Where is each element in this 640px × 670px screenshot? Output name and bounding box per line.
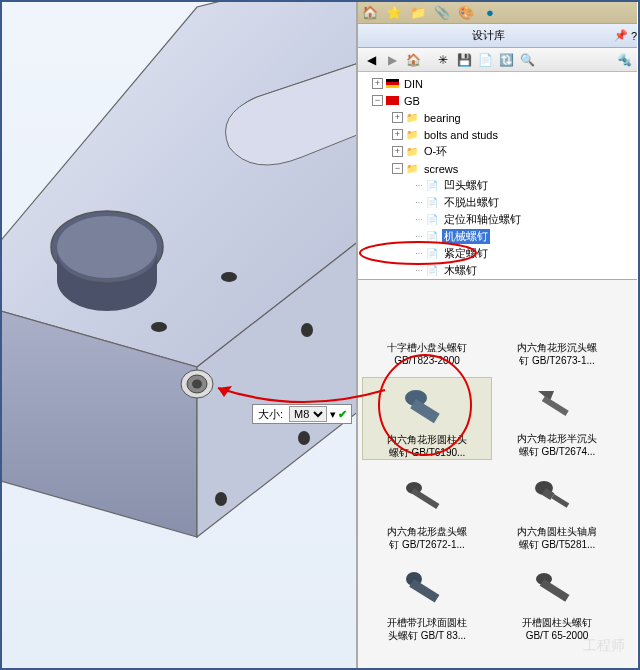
pin-icon[interactable]: 📌 bbox=[614, 29, 628, 42]
tree-s5[interactable]: 紧定螺钉 bbox=[442, 246, 490, 261]
tab-home-icon[interactable]: 🏠 bbox=[358, 2, 382, 23]
thumb-item[interactable]: 开槽圆柱头螺钉GB/T 65-2000 bbox=[492, 561, 622, 642]
tree-bolts[interactable]: bolts and studs bbox=[422, 129, 500, 141]
confirm-icon[interactable]: ✔ bbox=[338, 408, 347, 421]
size-label: 大小: bbox=[255, 407, 286, 422]
svg-point-8 bbox=[298, 431, 310, 445]
help-icon[interactable]: ? bbox=[631, 30, 637, 42]
refresh-icon[interactable]: 🔃 bbox=[497, 51, 515, 69]
svg-rect-16 bbox=[411, 488, 440, 509]
tree-bearing[interactable]: bearing bbox=[422, 112, 463, 124]
tree-gb[interactable]: GB bbox=[402, 95, 422, 107]
tab-palette-icon[interactable]: 🎨 bbox=[454, 2, 478, 23]
tree-screws[interactable]: screws bbox=[422, 163, 460, 175]
thumb-item[interactable]: 内六角花形盘头螺钉 GB/T2672-1... bbox=[362, 470, 492, 551]
collapse-icon[interactable]: − bbox=[392, 163, 403, 174]
svg-point-9 bbox=[215, 492, 227, 506]
screw-icon bbox=[532, 567, 582, 611]
tree-s1[interactable]: 凹头螺钉 bbox=[442, 178, 490, 193]
panel-title: 设计库 bbox=[366, 28, 611, 43]
copy-icon[interactable]: 📄 bbox=[476, 51, 494, 69]
svg-rect-21 bbox=[409, 579, 439, 603]
fwd-icon[interactable]: ▶ bbox=[383, 51, 401, 69]
tab-clip-icon[interactable]: 📎 bbox=[430, 2, 454, 23]
svg-point-6 bbox=[192, 380, 202, 389]
design-library-panel: 🏠 ⭐ 📁 📎 🎨 ● 设计库 📌 ? ◀ ▶ 🏠 ✳ 💾 📄 🔃 🔍 🔩 +D… bbox=[357, 2, 637, 668]
tree-s6[interactable]: 木螺钉 bbox=[442, 263, 479, 278]
size-popup: 大小: M8 ▾ ✔ bbox=[252, 404, 352, 424]
thumb-item[interactable]: 内六角花形半沉头螺钉 GB/T2674... bbox=[492, 377, 622, 460]
tree-din[interactable]: DIN bbox=[402, 78, 425, 90]
dropdown-arrow-icon[interactable]: ▾ bbox=[330, 408, 336, 421]
search-icon[interactable]: 🔍 bbox=[518, 51, 536, 69]
tree-s3[interactable]: 定位和轴位螺钉 bbox=[442, 212, 523, 227]
tree-s2[interactable]: 不脱出螺钉 bbox=[442, 195, 501, 210]
tab-orb-icon[interactable]: ● bbox=[478, 2, 502, 23]
save-icon[interactable]: 💾 bbox=[455, 51, 473, 69]
screw-icon bbox=[402, 384, 452, 428]
thumb-item[interactable]: 内六角花形沉头螺钉 GB/T2673-1... bbox=[492, 286, 622, 367]
thumbnail-grid[interactable]: 十字槽小盘头螺钉GB/T823-2000 内六角花形沉头螺钉 GB/T2673-… bbox=[358, 280, 637, 668]
standards-tree[interactable]: +DIN −GB +📁bearing +📁bolts and studs +📁O… bbox=[358, 72, 637, 280]
thumb-item[interactable]: 开槽带孔球面圆柱头螺钉 GB/T 83... bbox=[362, 561, 492, 642]
svg-point-3 bbox=[151, 322, 167, 332]
new-icon[interactable]: ✳ bbox=[434, 51, 452, 69]
flag-de-icon bbox=[386, 79, 399, 88]
tree-s4-selected[interactable]: 机械螺钉 bbox=[442, 229, 490, 244]
collapse-icon[interactable]: − bbox=[372, 95, 383, 106]
panel-top-tabs: 🏠 ⭐ 📁 📎 🎨 ● bbox=[358, 2, 637, 24]
tab-folder-icon[interactable]: 📁 bbox=[406, 2, 430, 23]
panel-titlebar: 设计库 📌 ? bbox=[358, 24, 637, 48]
expand-icon[interactable]: + bbox=[372, 78, 383, 89]
screw-icon bbox=[532, 476, 582, 520]
back-icon[interactable]: ◀ bbox=[362, 51, 380, 69]
svg-point-1 bbox=[57, 216, 157, 278]
screw-icon bbox=[402, 567, 452, 611]
home-icon[interactable]: 🏠 bbox=[404, 51, 422, 69]
part-icon: 📄 bbox=[426, 180, 440, 191]
svg-point-7 bbox=[301, 323, 313, 337]
bolt-icon[interactable]: 🔩 bbox=[615, 51, 633, 69]
screw-icon bbox=[402, 476, 452, 520]
flag-cn-icon bbox=[386, 96, 399, 105]
panel-toolbar: ◀ ▶ 🏠 ✳ 💾 📄 🔃 🔍 🔩 bbox=[358, 48, 637, 72]
thumb-item-selected[interactable]: 内六角花形圆柱头螺钉 GB/T6190... bbox=[362, 377, 492, 460]
model-viewport[interactable]: 大小: M8 ▾ ✔ bbox=[2, 2, 357, 668]
svg-rect-14 bbox=[542, 396, 569, 416]
size-dropdown[interactable]: M8 bbox=[289, 406, 327, 422]
svg-rect-23 bbox=[540, 579, 570, 602]
folder-icon: 📁 bbox=[406, 112, 420, 123]
thumb-item[interactable]: 内六角圆柱头轴肩螺钉 GB/T5281... bbox=[492, 470, 622, 551]
svg-point-2 bbox=[221, 272, 237, 282]
thumb-item[interactable]: 十字槽小盘头螺钉GB/T823-2000 bbox=[362, 286, 492, 367]
svg-rect-19 bbox=[551, 494, 569, 508]
tree-oring[interactable]: O-环 bbox=[422, 144, 449, 159]
tab-fav-icon[interactable]: ⭐ bbox=[382, 2, 406, 23]
screw-icon bbox=[532, 383, 582, 427]
